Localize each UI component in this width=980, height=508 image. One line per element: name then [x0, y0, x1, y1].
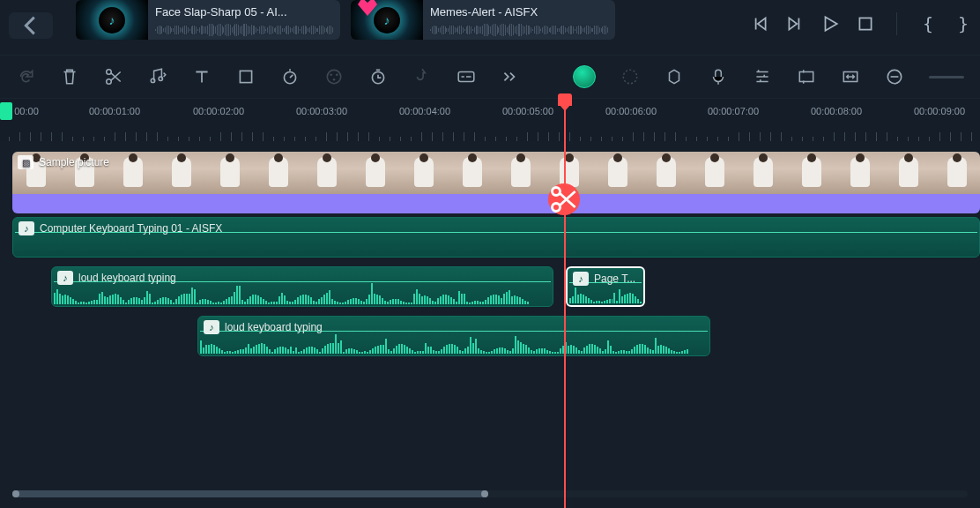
audio-clip-label: Page T...: [594, 273, 635, 285]
audio-clip-label: Computer Keyboard Typing 01 - AISFX: [40, 222, 222, 235]
color-button[interactable]: [324, 67, 344, 86]
mixer-button[interactable]: [753, 67, 772, 86]
music-icon: ♪: [573, 272, 589, 286]
music-icon: ♪: [204, 320, 219, 334]
ruler-timecode: 00:00:03:00: [296, 106, 347, 116]
audio-track-3: ♪ loud keyboard typing: [0, 316, 980, 362]
svg-rect-5: [240, 71, 251, 82]
audio-clip-label: loud keyboard typing: [78, 272, 176, 284]
ruler-timecode: 00:00:02:00: [193, 106, 244, 116]
svg-point-1: [107, 70, 112, 75]
svg-point-4: [159, 77, 162, 80]
svg-point-13: [623, 70, 636, 83]
media-clip-1[interactable]: ♪ Face Slap-Sharp 05 - AI...: [76, 0, 340, 40]
time-ruler[interactable]: 00:0000:00:01:0000:00:02:0000:00:03:0000…: [0, 99, 980, 141]
crop-button[interactable]: [236, 67, 256, 86]
media-title: Memes-Alert - AISFX: [430, 5, 608, 19]
audio-clip-label: loud keyboard typing: [225, 321, 323, 333]
ruler-timecode: 00:00: [14, 106, 39, 116]
next-frame-button[interactable]: [785, 14, 805, 34]
audio-clip-3[interactable]: ♪ loud keyboard typing: [197, 316, 710, 356]
speed-button[interactable]: [280, 67, 300, 86]
text-button[interactable]: [192, 67, 212, 86]
marker-button[interactable]: [664, 67, 684, 86]
horizontal-scrollbar[interactable]: [12, 490, 968, 497]
voiceover-button[interactable]: [709, 67, 728, 86]
chevron-left-icon: [9, 12, 53, 39]
zoom-slider[interactable]: [929, 76, 964, 78]
music-icon: ♪: [19, 221, 34, 235]
audio-track-2: ♪ loud keyboard typing ♪ Page T...: [0, 266, 980, 312]
render-button[interactable]: [620, 67, 640, 86]
beats-button[interactable]: [148, 67, 167, 86]
svg-rect-15: [799, 72, 813, 82]
ruler-timecode: 00:00:06:00: [605, 106, 657, 116]
media-thumbnail: ♪: [76, 0, 148, 40]
ruler-timecode: 00:00:05:00: [502, 106, 553, 116]
timeline-toolbar: [0, 55, 980, 99]
ruler-timecode: 00:00:08:00: [811, 106, 862, 116]
audio-clip-2b[interactable]: ♪ Page T...: [566, 266, 645, 307]
mark-in-button[interactable]: {: [918, 14, 938, 34]
ai-button[interactable]: [573, 65, 596, 88]
zoom-out-button[interactable]: [885, 67, 904, 86]
svg-point-9: [336, 73, 338, 76]
timeline-tracks[interactable]: ▨ Sample picture ♪ Computer Keyboard Typ…: [0, 141, 980, 503]
ruler-timecode: 00:00:09:00: [914, 106, 965, 116]
split-button[interactable]: [104, 67, 123, 86]
fit-button[interactable]: [841, 67, 860, 86]
back-button[interactable]: [9, 12, 53, 39]
media-title: Face Slap-Sharp 05 - AI...: [155, 5, 333, 19]
audio-clip-2a[interactable]: ♪ loud keyboard typing: [51, 266, 553, 307]
ruler-timecode: 00:00:04:00: [399, 106, 450, 116]
mini-waveform: [430, 24, 608, 36]
video-clip[interactable]: ▨ Sample picture: [12, 152, 980, 213]
music-note-icon: ♪: [99, 7, 125, 34]
music-icon: ♪: [57, 271, 73, 285]
playhead-handle-icon[interactable]: [558, 93, 572, 106]
image-icon: ▨: [18, 155, 33, 169]
audio-clip-1[interactable]: ♪ Computer Keyboard Typing 01 - AISFX: [12, 217, 980, 258]
video-audio-strip: [12, 194, 980, 213]
reverse-button[interactable]: [412, 67, 432, 86]
svg-rect-0: [859, 18, 871, 29]
ruler-timecode: 00:00:07:00: [708, 106, 759, 116]
play-button[interactable]: [820, 14, 840, 34]
video-track: ▨ Sample picture: [0, 152, 980, 213]
scissors-icon: [548, 183, 580, 215]
music-note-icon: ♪: [374, 7, 400, 34]
prev-frame-button[interactable]: [750, 14, 769, 34]
svg-point-8: [330, 73, 332, 76]
more-button[interactable]: [501, 67, 520, 86]
timer-button[interactable]: [368, 67, 388, 86]
caption-button[interactable]: [457, 67, 476, 86]
redo-button[interactable]: [16, 67, 35, 86]
svg-point-3: [151, 78, 154, 82]
ruler-timecode: 00:00:01:00: [89, 106, 140, 116]
ruler-handle-icon[interactable]: [0, 102, 12, 120]
media-clip-2[interactable]: ♪ Memes-Alert - AISFX: [351, 0, 615, 40]
split-at-playhead-button[interactable]: [548, 183, 580, 215]
svg-point-7: [327, 70, 340, 83]
delete-button[interactable]: [60, 67, 79, 86]
svg-point-2: [107, 79, 112, 85]
stop-button[interactable]: [856, 14, 875, 34]
video-clip-label: Sample picture: [39, 156, 109, 168]
adjust-button[interactable]: [797, 67, 816, 86]
playhead[interactable]: [564, 99, 566, 508]
svg-point-10: [333, 78, 336, 81]
mini-waveform: [155, 24, 333, 36]
audio-track-1: ♪ Computer Keyboard Typing 01 - AISFX: [0, 217, 980, 263]
scrollbar-thumb[interactable]: [12, 490, 488, 497]
playback-controls: { }: [750, 12, 980, 35]
mark-out-button[interactable]: }: [954, 14, 973, 34]
